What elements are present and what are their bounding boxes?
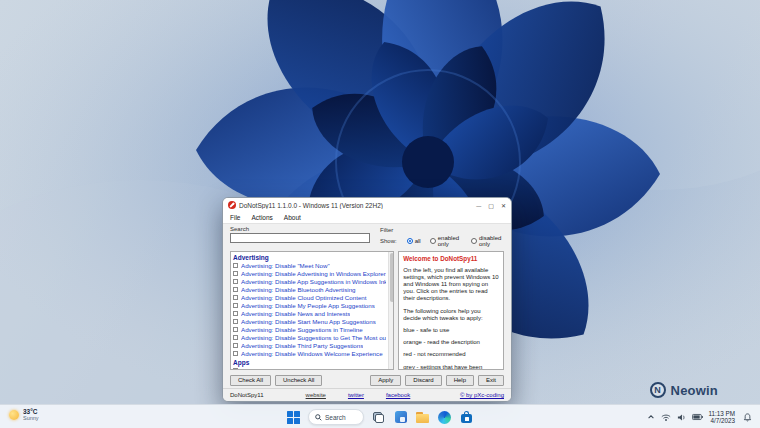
tweak-label: Advertising: Disable News and Interests [241, 310, 350, 318]
filter-radio-disabled-only[interactable]: disabled only [471, 235, 504, 247]
facebook-link[interactable]: facebook [386, 392, 410, 398]
widgets-button[interactable] [393, 410, 408, 425]
scrollbar-thumb[interactable] [390, 253, 394, 302]
filter-radio-all[interactable]: all [407, 238, 421, 244]
tweak-checkbox[interactable] [233, 319, 238, 324]
search-filter-row: Search Filter Show: all enabled only [223, 224, 511, 250]
tweak-checkbox[interactable] [233, 327, 238, 332]
minimize-button[interactable] [476, 202, 481, 209]
copyright-link[interactable]: © by pXc-coding [460, 392, 504, 398]
search-input[interactable] [230, 233, 370, 243]
tweak-checkbox[interactable] [233, 368, 238, 370]
wifi-icon [661, 413, 671, 422]
tweak-item[interactable]: Advertising: Disable App Suggestions in … [233, 278, 386, 286]
task-view-button[interactable] [371, 410, 386, 425]
check-all-button[interactable]: Check All [230, 375, 271, 386]
maximize-button[interactable] [488, 202, 494, 209]
help-button[interactable]: Help [446, 375, 474, 386]
twitter-link[interactable]: twitter [348, 392, 364, 398]
filter-radio-enabled-only[interactable]: enabled only [430, 235, 462, 247]
website-link[interactable]: website [306, 392, 326, 398]
tweak-label: Advertising: Disable Advertising in Wind… [241, 270, 386, 278]
tweak-label: Advertising: Disable My People App Sugge… [241, 302, 375, 310]
volume-tray-icon[interactable] [677, 413, 686, 422]
radio-label-all: all [415, 238, 421, 244]
uncheck-all-button[interactable]: Uncheck All [275, 375, 322, 386]
battery-icon [692, 413, 703, 421]
chevron-up-icon [647, 413, 655, 421]
tweak-item[interactable]: Advertising: Disable Suggestions in Time… [233, 326, 386, 334]
bell-icon [743, 413, 752, 422]
notification-center-button[interactable] [741, 411, 754, 424]
search-label: Search [230, 226, 370, 232]
tweak-checkbox[interactable] [233, 343, 238, 348]
edge-icon [438, 411, 451, 424]
radio-label-enabled: enabled only [438, 235, 462, 247]
wifi-tray-icon[interactable] [661, 413, 671, 422]
tweak-label: Advertising: Disable Bluetooth Advertisi… [241, 286, 356, 294]
search-icon [315, 414, 322, 421]
tweak-item[interactable]: Advertising: Disable Suggestions to Get … [233, 334, 386, 342]
tweak-item[interactable]: Apps: Disable Access to Account Info [233, 367, 386, 371]
hidden-icons-chevron[interactable] [647, 413, 655, 421]
tweak-checkbox[interactable] [233, 351, 238, 356]
info-panel-title: Welcome to DoNotSpy11 [403, 255, 499, 262]
tweak-item[interactable]: Advertising: Disable Advertising in Wind… [233, 270, 386, 278]
titlebar[interactable]: DoNotSpy11 1.1.0.0 - Windows 11 (Version… [223, 198, 511, 212]
tweak-label: Advertising: Disable Start Menu App Sugg… [241, 318, 376, 326]
taskbar: 33°C Sunny Search [0, 404, 760, 428]
close-button[interactable] [501, 202, 506, 209]
tweak-checkbox[interactable] [233, 279, 238, 284]
info-paragraph: orange - read the description [403, 339, 499, 346]
tweak-checkbox[interactable] [233, 287, 238, 292]
section-header: Advertising [233, 253, 386, 262]
tweak-item[interactable]: Advertising: Disable Windows Welcome Exp… [233, 350, 386, 358]
window-title: DoNotSpy11 1.1.0.0 - Windows 11 (Version… [239, 202, 383, 209]
tweak-item[interactable]: Advertising: Disable Cloud Optimized Con… [233, 294, 386, 302]
tweak-item[interactable]: Advertising: Disable My People App Sugge… [233, 302, 386, 310]
start-button[interactable] [286, 410, 301, 425]
weather-sun-icon [9, 410, 19, 420]
tweak-label: Advertising: Disable Cloud Optimized Con… [241, 294, 367, 302]
widgets-icon [395, 411, 407, 423]
tweak-item[interactable]: Advertising: Disable News and Interests [233, 310, 386, 318]
button-row: Check All Uncheck All Apply Discard Help… [223, 372, 511, 388]
menubar: File Actions About [223, 212, 511, 224]
taskbar-clock[interactable]: 11:13 PM 4/7/2023 [709, 410, 736, 425]
tweak-checkbox[interactable] [233, 303, 238, 308]
tweak-checkbox[interactable] [233, 311, 238, 316]
show-label: Show: [380, 238, 397, 244]
tweak-label: Advertising: Disable "Meet Now" [241, 262, 330, 270]
tweak-item[interactable]: Advertising: Disable Third Party Suggest… [233, 342, 386, 350]
tweak-checkbox[interactable] [233, 263, 238, 268]
menu-actions[interactable]: Actions [251, 214, 272, 221]
tweak-item[interactable]: Advertising: Disable Start Menu App Sugg… [233, 318, 386, 326]
speaker-icon [677, 413, 686, 422]
radio-icon [430, 238, 436, 244]
tweak-checkbox[interactable] [233, 271, 238, 276]
list-scrollbar[interactable] [388, 252, 393, 370]
menu-about[interactable]: About [284, 214, 301, 221]
menu-file[interactable]: File [230, 214, 240, 221]
file-explorer-button[interactable] [415, 410, 430, 425]
weather-widget[interactable]: 33°C Sunny [9, 408, 39, 421]
statusbar: DoNotSpy11 website twitter facebook © by… [223, 388, 511, 401]
exit-button[interactable]: Exit [478, 375, 504, 386]
info-paragraph: blue - safe to use [403, 327, 499, 334]
tweak-item[interactable]: Advertising: Disable Bluetooth Advertisi… [233, 286, 386, 294]
taskbar-search-label: Search [325, 414, 346, 421]
battery-tray-icon[interactable] [692, 413, 703, 421]
edge-button[interactable] [437, 410, 452, 425]
neowin-logo-letter: N [654, 385, 661, 395]
discard-button[interactable]: Discard [405, 375, 441, 386]
info-paragraph: On the left, you find all available sett… [403, 267, 499, 303]
tweak-checkbox[interactable] [233, 295, 238, 300]
store-button[interactable] [459, 410, 474, 425]
tweak-item[interactable]: Advertising: Disable "Meet Now" [233, 262, 386, 270]
tweak-checkbox[interactable] [233, 335, 238, 340]
apply-button[interactable]: Apply [370, 375, 401, 386]
clock-date: 4/7/2023 [710, 417, 735, 424]
weather-temp: 33°C [23, 408, 39, 415]
app-icon [228, 201, 236, 209]
taskbar-search[interactable]: Search [308, 409, 364, 425]
